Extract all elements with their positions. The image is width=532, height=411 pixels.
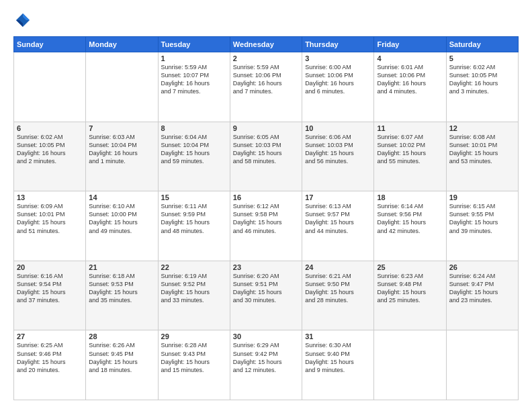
day-number: 31 <box>305 332 371 340</box>
day-number: 1 <box>161 54 227 62</box>
day-number: 29 <box>161 332 227 340</box>
day-number: 11 <box>377 124 443 132</box>
day-number: 7 <box>89 124 154 132</box>
cell-details: Sunrise: 6:25 AM Sunset: 9:46 PM Dayligh… <box>17 341 83 374</box>
cell-details: Sunrise: 6:01 AM Sunset: 10:06 PM Daylig… <box>377 63 443 96</box>
calendar-cell: 12Sunrise: 6:08 AM Sunset: 10:01 PM Dayl… <box>446 122 518 191</box>
day-number: 16 <box>233 193 299 201</box>
weekday-header-row: SundayMondayTuesdayWednesdayThursdayFrid… <box>14 37 519 52</box>
calendar-cell <box>86 52 158 122</box>
calendar-cell: 26Sunrise: 6:24 AM Sunset: 9:47 PM Dayli… <box>446 261 518 330</box>
week-row-2: 6Sunrise: 6:02 AM Sunset: 10:05 PM Dayli… <box>14 122 519 191</box>
calendar-cell: 22Sunrise: 6:19 AM Sunset: 9:52 PM Dayli… <box>158 261 230 330</box>
day-number: 12 <box>449 124 515 132</box>
cell-details: Sunrise: 6:02 AM Sunset: 10:05 PM Daylig… <box>17 133 83 166</box>
cell-details: Sunrise: 6:11 AM Sunset: 9:59 PM Dayligh… <box>161 202 227 235</box>
calendar-cell: 10Sunrise: 6:06 AM Sunset: 10:03 PM Dayl… <box>302 122 374 191</box>
calendar-cell: 4Sunrise: 6:01 AM Sunset: 10:06 PM Dayli… <box>374 52 446 122</box>
cell-details: Sunrise: 6:21 AM Sunset: 9:50 PM Dayligh… <box>305 272 371 305</box>
day-number: 6 <box>17 124 83 132</box>
day-number: 4 <box>377 54 443 62</box>
day-number: 17 <box>305 193 371 201</box>
calendar-cell: 14Sunrise: 6:10 AM Sunset: 10:00 PM Dayl… <box>86 191 158 261</box>
day-number: 22 <box>161 263 227 271</box>
weekday-header-tuesday: Tuesday <box>158 37 230 52</box>
weekday-header-thursday: Thursday <box>302 37 374 52</box>
calendar-cell: 20Sunrise: 6:16 AM Sunset: 9:54 PM Dayli… <box>14 261 86 330</box>
cell-details: Sunrise: 6:23 AM Sunset: 9:48 PM Dayligh… <box>377 272 443 305</box>
week-row-4: 20Sunrise: 6:16 AM Sunset: 9:54 PM Dayli… <box>14 261 519 330</box>
day-number: 8 <box>161 124 227 132</box>
calendar-cell: 8Sunrise: 6:04 AM Sunset: 10:04 PM Dayli… <box>158 122 230 191</box>
cell-details: Sunrise: 5:59 AM Sunset: 10:07 PM Daylig… <box>161 63 227 96</box>
day-number: 27 <box>17 332 83 340</box>
day-number: 14 <box>89 193 154 201</box>
calendar-cell: 18Sunrise: 6:14 AM Sunset: 9:56 PM Dayli… <box>374 191 446 261</box>
cell-details: Sunrise: 6:02 AM Sunset: 10:05 PM Daylig… <box>449 63 515 96</box>
cell-details: Sunrise: 6:24 AM Sunset: 9:47 PM Dayligh… <box>449 272 515 305</box>
cell-details: Sunrise: 6:13 AM Sunset: 9:57 PM Dayligh… <box>305 202 371 235</box>
day-number: 5 <box>449 54 515 62</box>
calendar-cell: 9Sunrise: 6:05 AM Sunset: 10:03 PM Dayli… <box>230 122 302 191</box>
logo-icon <box>13 11 32 30</box>
day-number: 21 <box>89 263 154 271</box>
calendar-cell <box>374 330 446 400</box>
day-number: 24 <box>305 263 371 271</box>
day-number: 15 <box>161 193 227 201</box>
calendar-cell: 23Sunrise: 6:20 AM Sunset: 9:51 PM Dayli… <box>230 261 302 330</box>
cell-details: Sunrise: 6:30 AM Sunset: 9:40 PM Dayligh… <box>305 341 371 374</box>
calendar-cell: 5Sunrise: 6:02 AM Sunset: 10:05 PM Dayli… <box>446 52 518 122</box>
week-row-3: 13Sunrise: 6:09 AM Sunset: 10:01 PM Dayl… <box>14 191 519 261</box>
day-number: 10 <box>305 124 371 132</box>
calendar-cell <box>14 52 86 122</box>
day-number: 20 <box>17 263 83 271</box>
day-number: 25 <box>377 263 443 271</box>
cell-details: Sunrise: 6:14 AM Sunset: 9:56 PM Dayligh… <box>377 202 443 235</box>
calendar-cell: 29Sunrise: 6:28 AM Sunset: 9:43 PM Dayli… <box>158 330 230 400</box>
weekday-header-saturday: Saturday <box>446 37 518 52</box>
day-number: 9 <box>233 124 299 132</box>
calendar-cell: 30Sunrise: 6:29 AM Sunset: 9:42 PM Dayli… <box>230 330 302 400</box>
calendar-cell: 25Sunrise: 6:23 AM Sunset: 9:48 PM Dayli… <box>374 261 446 330</box>
cell-details: Sunrise: 6:10 AM Sunset: 10:00 PM Daylig… <box>89 202 154 235</box>
day-number: 19 <box>449 193 515 201</box>
cell-details: Sunrise: 6:19 AM Sunset: 9:52 PM Dayligh… <box>161 272 227 305</box>
calendar-cell: 3Sunrise: 6:00 AM Sunset: 10:06 PM Dayli… <box>302 52 374 122</box>
calendar-cell: 31Sunrise: 6:30 AM Sunset: 9:40 PM Dayli… <box>302 330 374 400</box>
calendar-cell: 6Sunrise: 6:02 AM Sunset: 10:05 PM Dayli… <box>14 122 86 191</box>
weekday-header-monday: Monday <box>86 37 158 52</box>
calendar-table: SundayMondayTuesdayWednesdayThursdayFrid… <box>13 36 519 400</box>
calendar-cell: 11Sunrise: 6:07 AM Sunset: 10:02 PM Dayl… <box>374 122 446 191</box>
cell-details: Sunrise: 6:06 AM Sunset: 10:03 PM Daylig… <box>305 133 371 166</box>
calendar-cell: 13Sunrise: 6:09 AM Sunset: 10:01 PM Dayl… <box>14 191 86 261</box>
cell-details: Sunrise: 6:16 AM Sunset: 9:54 PM Dayligh… <box>17 272 83 305</box>
cell-details: Sunrise: 6:05 AM Sunset: 10:03 PM Daylig… <box>233 133 299 166</box>
week-row-1: 1Sunrise: 5:59 AM Sunset: 10:07 PM Dayli… <box>14 52 519 122</box>
cell-details: Sunrise: 6:18 AM Sunset: 9:53 PM Dayligh… <box>89 272 154 305</box>
cell-details: Sunrise: 6:03 AM Sunset: 10:04 PM Daylig… <box>89 133 154 166</box>
cell-details: Sunrise: 6:12 AM Sunset: 9:58 PM Dayligh… <box>233 202 299 235</box>
day-number: 3 <box>305 54 371 62</box>
calendar-cell: 7Sunrise: 6:03 AM Sunset: 10:04 PM Dayli… <box>86 122 158 191</box>
day-number: 2 <box>233 54 299 62</box>
day-number: 23 <box>233 263 299 271</box>
cell-details: Sunrise: 6:00 AM Sunset: 10:06 PM Daylig… <box>305 63 371 96</box>
cell-details: Sunrise: 6:20 AM Sunset: 9:51 PM Dayligh… <box>233 272 299 305</box>
weekday-header-wednesday: Wednesday <box>230 37 302 52</box>
day-number: 13 <box>17 193 83 201</box>
calendar-cell: 2Sunrise: 5:59 AM Sunset: 10:06 PM Dayli… <box>230 52 302 122</box>
weekday-header-friday: Friday <box>374 37 446 52</box>
calendar-cell: 28Sunrise: 6:26 AM Sunset: 9:45 PM Dayli… <box>86 330 158 400</box>
calendar-cell: 17Sunrise: 6:13 AM Sunset: 9:57 PM Dayli… <box>302 191 374 261</box>
calendar-cell: 16Sunrise: 6:12 AM Sunset: 9:58 PM Dayli… <box>230 191 302 261</box>
day-number: 18 <box>377 193 443 201</box>
cell-details: Sunrise: 6:29 AM Sunset: 9:42 PM Dayligh… <box>233 341 299 374</box>
calendar-cell: 24Sunrise: 6:21 AM Sunset: 9:50 PM Dayli… <box>302 261 374 330</box>
calendar-cell: 15Sunrise: 6:11 AM Sunset: 9:59 PM Dayli… <box>158 191 230 261</box>
cell-details: Sunrise: 5:59 AM Sunset: 10:06 PM Daylig… <box>233 63 299 96</box>
week-row-5: 27Sunrise: 6:25 AM Sunset: 9:46 PM Dayli… <box>14 330 519 400</box>
cell-details: Sunrise: 6:09 AM Sunset: 10:01 PM Daylig… <box>17 202 83 235</box>
calendar-cell <box>446 330 518 400</box>
cell-details: Sunrise: 6:15 AM Sunset: 9:55 PM Dayligh… <box>449 202 515 235</box>
logo <box>13 11 35 30</box>
